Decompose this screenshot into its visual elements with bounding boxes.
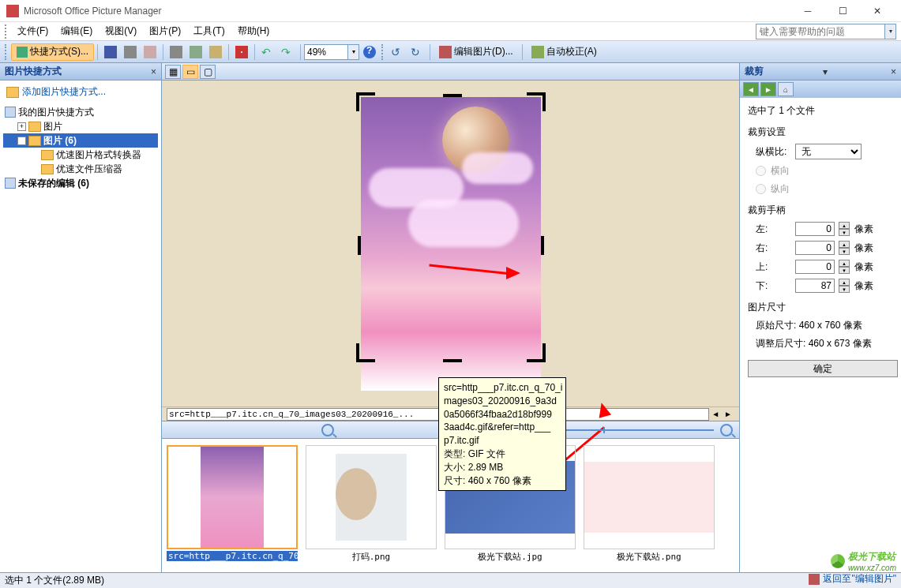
crop-left-input[interactable] bbox=[795, 222, 835, 236]
zone-icon bbox=[5, 107, 16, 118]
landscape-radio bbox=[756, 166, 766, 176]
aspect-select[interactable]: 无 bbox=[795, 144, 862, 159]
zoom-in-button[interactable] bbox=[720, 424, 733, 436]
minimize-button[interactable]: ─ bbox=[790, 0, 825, 22]
nav-forward-button[interactable]: ► bbox=[760, 82, 776, 96]
mail-button[interactable] bbox=[141, 43, 160, 61]
spin-up[interactable]: ▲ bbox=[839, 260, 850, 267]
tree-root-my-shortcuts[interactable]: 我的图片快捷方式 bbox=[3, 105, 158, 119]
menu-file[interactable]: 文件(F) bbox=[11, 23, 54, 39]
title-bar: Microsoft Office Picture Manager ─ ☐ ✕ bbox=[0, 0, 901, 22]
crop-handle-t[interactable] bbox=[443, 94, 462, 97]
help-dropdown-icon[interactable]: ▾ bbox=[885, 24, 896, 39]
bottom-label: 下: bbox=[756, 279, 790, 293]
thumbnail-item[interactable]: 极光下载站.png bbox=[582, 445, 716, 563]
crop-handle-tr[interactable] bbox=[527, 92, 546, 111]
thumbnail-item[interactable]: 打码.png bbox=[304, 445, 438, 563]
tooltip-line: p7.itc.gif bbox=[444, 434, 561, 448]
view-filmstrip-button[interactable]: ▭ bbox=[182, 65, 198, 79]
tooltip-type: 类型: GIF 文件 bbox=[444, 448, 561, 461]
landscape-label: 横向 bbox=[771, 164, 790, 178]
zoom-input[interactable] bbox=[304, 44, 348, 60]
copy-icon bbox=[190, 46, 202, 58]
spin-up[interactable]: ▲ bbox=[839, 222, 850, 229]
nav-home-button[interactable]: ⌂ bbox=[778, 82, 794, 96]
help-button[interactable] bbox=[360, 43, 379, 61]
selection-count: 选中了 1 个文件 bbox=[748, 104, 893, 118]
crop-handle-b[interactable] bbox=[443, 359, 462, 362]
close-button[interactable]: ✕ bbox=[860, 0, 895, 22]
copy-button[interactable] bbox=[186, 43, 205, 61]
zoom-select[interactable]: ▾ bbox=[304, 44, 359, 60]
thumbnail-item[interactable]: src=http___p7.itc.cn_q_70... bbox=[165, 445, 299, 561]
delete-button[interactable] bbox=[232, 43, 251, 61]
crop-handle-tl[interactable] bbox=[356, 92, 375, 111]
undo-button[interactable] bbox=[258, 43, 277, 61]
expand-icon[interactable]: + bbox=[17, 122, 26, 131]
save-button[interactable] bbox=[101, 43, 120, 61]
spin-up[interactable]: ▲ bbox=[839, 241, 850, 248]
auto-correct-button[interactable]: 自动校正(A) bbox=[526, 43, 603, 61]
tree-item-converter[interactable]: 优速图片格式转换器 bbox=[3, 148, 158, 162]
tree-item-pictures[interactable]: + 图片 bbox=[3, 119, 158, 133]
crop-right-input[interactable] bbox=[795, 241, 835, 255]
spin-up[interactable]: ▲ bbox=[839, 279, 850, 286]
prev-image-button[interactable]: ◄ bbox=[709, 410, 722, 418]
view-single-button[interactable]: ▢ bbox=[200, 65, 216, 79]
crop-top-input[interactable] bbox=[795, 260, 835, 274]
collapse-icon[interactable]: − bbox=[17, 137, 26, 145]
rotate-left-button[interactable] bbox=[388, 43, 407, 61]
edit-picture-button[interactable]: 编辑图片(D)... bbox=[434, 43, 519, 61]
nav-back-button[interactable]: ◄ bbox=[743, 82, 759, 96]
cut-button[interactable] bbox=[167, 43, 186, 61]
crop-pane-header: 裁剪 ▾ × bbox=[740, 63, 901, 81]
thumb-image bbox=[336, 454, 407, 541]
crop-handle-r[interactable] bbox=[541, 236, 544, 255]
next-image-button[interactable]: ► bbox=[722, 410, 734, 418]
spin-down[interactable]: ▼ bbox=[839, 229, 850, 236]
help-search-input[interactable] bbox=[756, 24, 885, 39]
grip-icon bbox=[5, 44, 9, 60]
shortcuts-button[interactable]: 快捷方式(S)... bbox=[11, 43, 94, 61]
menu-help[interactable]: 帮助(H) bbox=[231, 23, 276, 39]
menu-tools[interactable]: 工具(T) bbox=[187, 23, 231, 39]
folder-icon bbox=[41, 164, 54, 174]
help-search: ▾ bbox=[756, 24, 896, 39]
tree-item-compressor[interactable]: 优速文件压缩器 bbox=[3, 162, 158, 176]
spin-down[interactable]: ▼ bbox=[839, 248, 850, 255]
new-size-row: 调整后尺寸: 460 x 673 像素 bbox=[748, 337, 893, 350]
menu-picture[interactable]: 图片(P) bbox=[143, 23, 187, 39]
menu-edit[interactable]: 编辑(E) bbox=[54, 23, 99, 39]
pane-dropdown-button[interactable]: ▾ bbox=[823, 66, 828, 77]
portrait-label: 纵向 bbox=[771, 182, 790, 196]
spin-down[interactable]: ▼ bbox=[839, 267, 850, 274]
tree-root-unsaved[interactable]: 未保存的编辑 (6) bbox=[3, 176, 158, 190]
print-button[interactable] bbox=[121, 43, 140, 61]
main-image[interactable] bbox=[361, 97, 541, 391]
crop-handle-bl[interactable] bbox=[356, 343, 375, 362]
cloud-graphic bbox=[408, 200, 519, 247]
redo-button[interactable] bbox=[278, 43, 297, 61]
ok-button[interactable]: 确定 bbox=[748, 360, 898, 377]
crop-handle-l[interactable] bbox=[358, 236, 361, 255]
view-thumbnails-button[interactable]: ▦ bbox=[165, 65, 181, 79]
maximize-button[interactable]: ☐ bbox=[825, 0, 860, 22]
chevron-down-icon[interactable]: ▾ bbox=[348, 44, 359, 60]
canvas[interactable] bbox=[162, 81, 739, 406]
paste-button[interactable] bbox=[206, 43, 225, 61]
return-edit-link[interactable]: 返回至"编辑图片" bbox=[809, 572, 896, 586]
tree-item-pictures-6[interactable]: − 图片 (6) bbox=[3, 133, 158, 148]
rotate-right-button[interactable] bbox=[407, 43, 426, 61]
spin-down[interactable]: ▼ bbox=[839, 286, 850, 293]
crop-bottom-row: 下: ▲▼ 像素 bbox=[748, 279, 893, 293]
zone-icon bbox=[5, 178, 16, 189]
edit-icon bbox=[809, 574, 820, 585]
menu-view[interactable]: 视图(V) bbox=[99, 23, 143, 39]
crop-handle-br[interactable] bbox=[527, 343, 546, 362]
close-pane-button[interactable]: × bbox=[151, 66, 156, 77]
tooltip: src=http___p7.itc.cn_q_70_i mages03_2020… bbox=[438, 377, 566, 491]
crop-bottom-input[interactable] bbox=[795, 279, 835, 293]
close-pane-button[interactable]: × bbox=[891, 66, 896, 77]
zoom-out-button[interactable] bbox=[321, 424, 334, 436]
add-shortcut-link[interactable]: 添加图片快捷方式... bbox=[0, 81, 161, 103]
